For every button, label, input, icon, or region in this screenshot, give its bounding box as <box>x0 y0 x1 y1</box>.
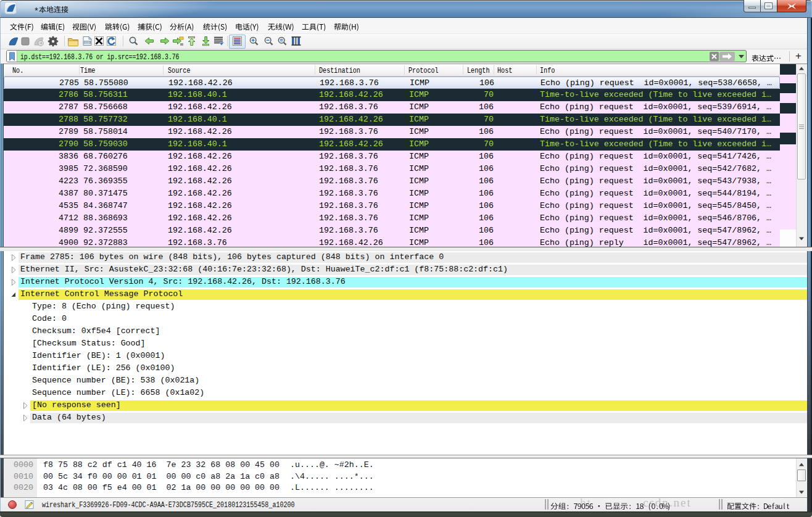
svg-text:019: 019 <box>85 41 90 44</box>
